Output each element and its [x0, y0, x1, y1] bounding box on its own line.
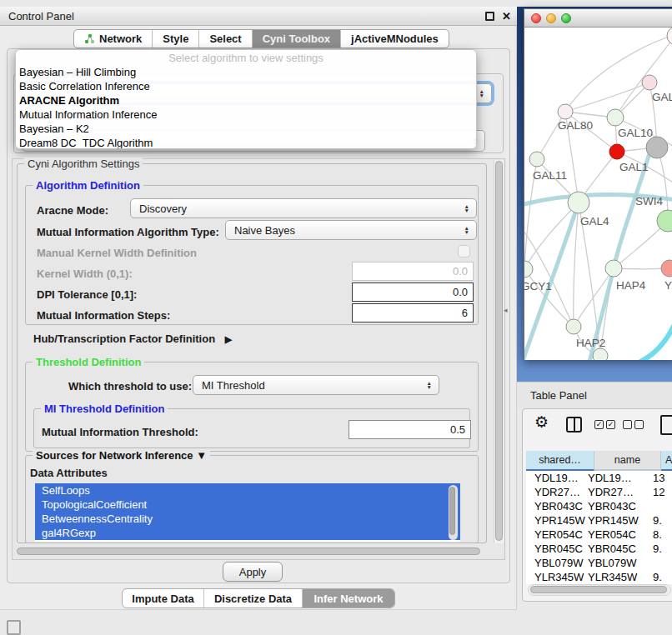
network-window-titlebar	[524, 9, 672, 28]
table-rows[interactable]: YDL19…YDL19…13YDR27…YDR27…12YBR043CYBR04…	[526, 471, 672, 588]
minimize-traffic-light[interactable]	[546, 13, 556, 23]
table-cell: YBR043C	[588, 500, 653, 512]
table-panel-title: Table Panel	[530, 389, 587, 402]
popup-item[interactable]: Dream8 DC_TDC Algorithm	[16, 136, 476, 149]
tab-style[interactable]: Style	[153, 30, 199, 48]
table-row[interactable]: YLR345WYLR345W9.	[526, 570, 672, 584]
network-node[interactable]	[609, 144, 624, 159]
tab-label: Style	[163, 32, 188, 45]
table-panel-header: Table Panel	[517, 382, 672, 408]
settings-vertical-scrollbar[interactable]	[494, 160, 504, 543]
mi-type-combo[interactable]: Naive Bayes ▲▼	[225, 220, 477, 240]
columns-icon[interactable]	[566, 417, 582, 432]
tab-label: Cyni Toolbox	[263, 32, 330, 45]
data-attributes-label: Data Attributes	[30, 467, 108, 479]
table-cell: 12	[653, 486, 672, 498]
panel-collapse-handle[interactable]: ◂	[504, 306, 508, 314]
kernel-width-input[interactable]: 0.0	[352, 262, 474, 281]
hide-all-columns-icon[interactable]	[623, 420, 644, 429]
popup-placeholder: Select algorithm to view settings	[16, 51, 476, 65]
network-node[interactable]	[667, 28, 672, 45]
settings-horizontal-scrollbar[interactable]	[15, 547, 490, 557]
tab-select[interactable]: Select	[199, 30, 252, 48]
show-all-columns-icon[interactable]: ✓ ✓	[594, 420, 615, 429]
table-row[interactable]: YDR27…YDR27…12	[526, 485, 672, 499]
aracne-mode-label: Aracne Mode:	[37, 204, 108, 217]
network-node[interactable]	[607, 109, 624, 126]
tab-impute-data[interactable]: Impute Data	[123, 589, 204, 608]
network-canvas[interactable]: GALGAL80GAL10GAL1GAL11SWI4GAL4GCY1HAP4YH…	[524, 28, 672, 360]
combo-value: Discovery	[139, 202, 464, 215]
table-horizontal-scrollbar[interactable]	[528, 584, 671, 596]
column-header-partial[interactable]: A	[661, 451, 672, 471]
apply-button[interactable]: Apply	[223, 562, 283, 582]
which-threshold-combo[interactable]: MI Threshold ▲▼	[193, 375, 439, 395]
combo-value: Naive Bayes	[234, 224, 464, 237]
table-cell: 13	[653, 472, 672, 484]
mi-threshold-label: Mutual Information Threshold:	[42, 426, 198, 438]
table-row[interactable]: YBR043CYBR043C	[526, 499, 672, 513]
attribute-list-item[interactable]: gal4RGexp	[35, 526, 460, 540]
which-threshold-label: Which threshold to use:	[68, 380, 192, 392]
popup-item[interactable]: Mutual Information Inference	[16, 108, 476, 122]
table-cell: YER054C	[526, 528, 588, 541]
zoom-traffic-light[interactable]	[561, 13, 571, 23]
table-row[interactable]: YPR145WYPR145W9.	[526, 513, 672, 528]
document-icon[interactable]	[660, 415, 672, 435]
network-node[interactable]	[642, 75, 657, 90]
mi-steps-label: Mutual Information Steps:	[37, 309, 170, 322]
popup-item[interactable]: Basic Correlation Inference	[16, 79, 476, 93]
column-header-shared-name[interactable]: shared…	[526, 451, 594, 471]
tab-discretize-data[interactable]: Discretize Data	[204, 589, 303, 608]
data-attributes-list[interactable]: SelfLoopsTopologicalCoefficientBetweenne…	[35, 483, 460, 542]
mi-steps-input[interactable]: 6	[352, 303, 474, 322]
network-node[interactable]	[605, 260, 622, 277]
table-cell: YDL19…	[526, 472, 588, 484]
cyni-settings-legend: Cyni Algorithm Settings	[24, 158, 143, 170]
network-node[interactable]	[529, 152, 544, 167]
table-row[interactable]: YBL079WYBL079W	[526, 556, 672, 570]
network-node[interactable]	[646, 137, 668, 158]
checked-box-icon: ✓	[594, 420, 604, 429]
tab-label: Select	[209, 32, 241, 45]
dpi-tolerance-input[interactable]: 0.0	[352, 282, 474, 302]
aracne-mode-combo[interactable]: Discovery ▲▼	[130, 198, 477, 218]
tab-jactivemnodules[interactable]: jActiveMNodules	[341, 30, 449, 48]
sources-legend[interactable]: Sources for Network Inference ▼	[33, 449, 210, 462]
close-traffic-light[interactable]	[531, 13, 541, 23]
table-row[interactable]: YDL19…YDL19…13	[526, 471, 672, 485]
popup-item[interactable]: Bayesian – Hill Climbing	[16, 65, 476, 79]
attributes-list-scrollbar[interactable]	[449, 485, 458, 540]
float-window-icon[interactable]	[485, 12, 494, 21]
manual-kernel-checkbox[interactable]	[458, 245, 470, 258]
hub-definition-expander[interactable]: Hub/Transcription Factor Definition ▶	[33, 332, 232, 345]
close-icon[interactable]: ✕	[502, 10, 511, 22]
table-row[interactable]: YBR045CYBR045C9.	[526, 542, 672, 556]
column-header-name[interactable]: name	[594, 451, 661, 471]
network-node[interactable]	[661, 260, 672, 277]
network-node-label: GAL80	[558, 119, 593, 132]
mi-threshold-input[interactable]: 0.5	[349, 420, 471, 439]
popup-item[interactable]: ARACNE Algorithm	[16, 93, 476, 108]
attribute-list-item[interactable]: BetweennessCentrality	[35, 512, 460, 526]
network-node[interactable]	[568, 192, 589, 213]
network-node[interactable]	[657, 210, 672, 232]
table-cell: 9.	[653, 514, 672, 527]
tab-cyni-toolbox[interactable]: Cyni Toolbox	[253, 30, 341, 48]
network-node[interactable]	[524, 261, 533, 278]
screen: { "colors": { "selection_blue": "#3b6fd6…	[0, 0, 672, 635]
attribute-list-item[interactable]: SelfLoops	[35, 483, 460, 498]
network-node[interactable]	[558, 104, 573, 119]
tab-network[interactable]: Network	[74, 30, 153, 48]
network-node-label: SWI4	[635, 195, 663, 208]
table-row[interactable]: YER054CYER054C8.	[526, 528, 672, 542]
network-node[interactable]	[566, 319, 581, 334]
table-cell: YLR345W	[588, 571, 653, 583]
tab-infer-network[interactable]: Infer Network	[303, 589, 394, 608]
popup-item[interactable]: Bayesian – K2	[16, 122, 476, 136]
attribute-list-item[interactable]: TopologicalCoefficient	[35, 498, 460, 512]
table-panel: ⚙ ✓ ✓ shared… name A YDL19…YDL19…13YDR27…	[522, 408, 672, 602]
gear-icon[interactable]: ⚙	[534, 412, 549, 431]
minimized-panel-icon[interactable]	[7, 620, 21, 635]
network-node[interactable]	[593, 348, 608, 360]
